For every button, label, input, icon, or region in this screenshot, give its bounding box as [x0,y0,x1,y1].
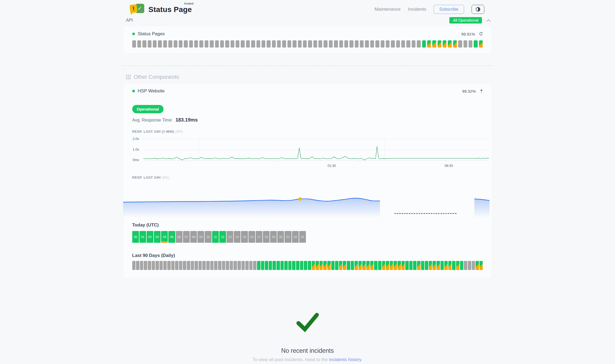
uptime-bar[interactable] [256,40,260,48]
uptime-bar[interactable] [334,40,338,48]
uptime-bar[interactable] [267,40,270,48]
hour-block[interactable]: 13 [227,231,233,243]
day-bar[interactable] [179,261,182,270]
response-daily-chart[interactable] [123,188,492,219]
uptime-bar[interactable] [474,40,477,48]
uptime-bar[interactable] [458,40,462,48]
day-bar[interactable] [402,261,405,270]
day-bar[interactable] [320,261,323,270]
uptime-bar[interactable] [205,40,208,48]
day-bar[interactable] [421,261,425,270]
hour-block[interactable]: 09 [197,231,204,243]
uptime-bar[interactable] [324,40,327,48]
day-bar[interactable] [394,261,397,270]
uptime-bar[interactable] [225,40,229,48]
day-bar[interactable] [218,261,221,270]
scroll-top-button[interactable] [480,89,483,93]
uptime-bar[interactable] [448,40,451,48]
day-bar[interactable] [152,261,155,270]
incidents-history-link[interactable]: incidents history [329,357,361,362]
day-bar[interactable] [359,261,362,270]
uptime-bar[interactable] [251,40,255,48]
uptime-bar[interactable] [479,40,483,48]
uptime-bar[interactable] [158,40,162,48]
uptime-bar[interactable] [148,40,151,48]
chart1-plot-area[interactable] [143,138,489,162]
day-bar[interactable] [343,261,346,270]
day-bar[interactable] [456,261,460,270]
uptime-bar[interactable] [469,40,472,48]
subscribe-button[interactable]: Subscribe [434,5,464,14]
day-bar[interactable] [441,261,444,270]
uptime-bar[interactable] [412,40,415,48]
day-bar[interactable] [390,261,393,270]
uptime-bar[interactable] [142,40,146,48]
uptime-bar[interactable] [277,40,281,48]
day-bar[interactable] [245,261,249,270]
hour-block[interactable]: 20 [277,231,284,243]
nav-incidents[interactable]: Incidents [408,7,426,12]
uptime-bar[interactable] [401,40,405,48]
day-bar[interactable] [433,261,436,270]
uptime-bar[interactable] [432,40,436,48]
uptime-bar[interactable] [137,40,141,48]
day-bar[interactable] [288,261,292,270]
day-bar[interactable] [277,261,280,270]
uptime-bar[interactable] [381,40,384,48]
hour-block[interactable]: 21 [285,231,291,243]
day-bar[interactable] [257,261,260,270]
day-bar[interactable] [331,261,335,270]
day-bar[interactable] [378,261,382,270]
day-bar[interactable] [159,261,163,270]
uptime-bar[interactable] [422,40,426,48]
day-bar[interactable] [230,261,233,270]
day-bar[interactable] [140,261,143,270]
day-bar[interactable] [273,261,276,270]
uptime-bar[interactable] [231,40,234,48]
day-bar[interactable] [413,261,417,270]
day-bar[interactable] [214,261,217,270]
hour-block[interactable]: 00 [132,231,139,243]
day-bar[interactable] [265,261,268,270]
day-bar[interactable] [304,261,307,270]
day-bar[interactable] [335,261,338,270]
day-bar[interactable] [296,261,299,270]
uptime-bar[interactable] [438,40,441,48]
day-bar[interactable] [374,261,377,270]
day-bar[interactable] [194,261,198,270]
day-bar[interactable] [242,261,245,270]
day-bar[interactable] [362,261,366,270]
day-bar[interactable] [148,261,151,270]
chart-marker-dot[interactable] [298,197,302,201]
day-bar[interactable] [308,261,311,270]
uptime-bar[interactable] [168,40,172,48]
day-bar[interactable] [222,261,225,270]
uptime-bar[interactable] [313,40,317,48]
day-bar[interactable] [452,261,456,270]
day-bar[interactable] [292,261,295,270]
hour-block[interactable]: 05 [168,231,175,243]
uptime-bar[interactable] [287,40,291,48]
uptime-bar[interactable] [303,40,307,48]
hour-block[interactable]: 14 [234,231,240,243]
day-bar[interactable] [171,261,175,270]
uptime-bar[interactable] [318,40,322,48]
uptime-bar[interactable] [427,40,431,48]
day-bar[interactable] [448,261,452,270]
uptime-bar[interactable] [262,40,265,48]
day-bar[interactable] [366,261,370,270]
day-bar[interactable] [382,261,386,270]
day-bar[interactable] [167,261,171,270]
day-bar[interactable] [472,261,475,270]
refresh-button[interactable] [479,32,483,36]
hour-block[interactable]: 03 [154,231,161,243]
day-bar[interactable] [370,261,374,270]
day-bar[interactable] [198,261,202,270]
day-bar[interactable] [476,261,479,270]
hour-block[interactable]: 17 [256,231,262,243]
uptime-bar[interactable] [349,40,353,48]
day-bar[interactable] [155,261,159,270]
day-bar[interactable] [460,261,464,270]
uptime-bar[interactable] [443,40,446,48]
hour-block[interactable]: 19 [270,231,277,243]
